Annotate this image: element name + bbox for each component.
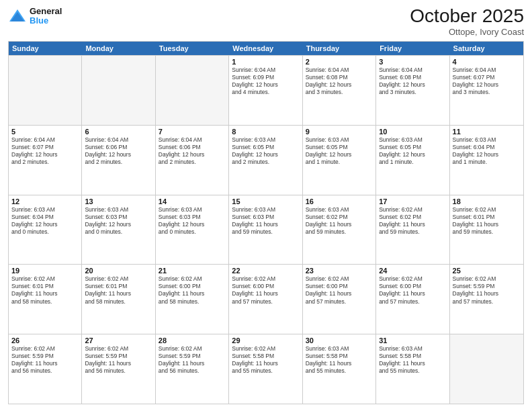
logo: General Blue [8,7,62,26]
day-number: 6 [85,128,152,136]
day-info: Sunrise: 6:04 AM Sunset: 6:07 PM Dayligh… [453,66,521,96]
day-number: 22 [232,267,299,275]
day-cell: 19Sunrise: 6:02 AM Sunset: 6:01 PM Dayli… [9,265,82,334]
day-number: 30 [306,336,373,345]
week-row: 5Sunrise: 6:04 AM Sunset: 6:07 PM Daylig… [9,125,523,195]
day-number: 24 [379,267,446,275]
day-cell: 2Sunrise: 6:04 AM Sunset: 6:08 PM Daylig… [303,56,376,125]
day-number: 14 [159,197,226,205]
calendar: SundayMondayTuesdayWednesdayThursdayFrid… [8,41,524,404]
day-cell: 4Sunrise: 6:04 AM Sunset: 6:07 PM Daylig… [450,56,523,125]
day-number: 28 [159,336,226,345]
day-cell: 18Sunrise: 6:02 AM Sunset: 6:01 PM Dayli… [450,195,523,265]
logo-text: General Blue [30,7,62,26]
day-cell [450,334,523,404]
day-info: Sunrise: 6:02 AM Sunset: 6:00 PM Dayligh… [306,275,373,305]
day-info: Sunrise: 6:03 AM Sunset: 6:05 PM Dayligh… [379,136,446,166]
day-info: Sunrise: 6:02 AM Sunset: 5:59 PM Dayligh… [11,345,79,375]
day-number: 26 [11,336,79,345]
page: General Blue October 2025 Ottope, Ivory … [0,0,532,411]
day-info: Sunrise: 6:02 AM Sunset: 6:02 PM Dayligh… [379,206,446,236]
day-info: Sunrise: 6:02 AM Sunset: 5:59 PM Dayligh… [85,345,152,375]
day-number: 25 [453,267,521,275]
day-info: Sunrise: 6:02 AM Sunset: 6:00 PM Dayligh… [379,275,446,305]
day-number: 15 [232,197,299,205]
day-header: Friday [376,42,449,55]
day-cell: 10Sunrise: 6:03 AM Sunset: 6:05 PM Dayli… [376,126,449,195]
day-number: 9 [306,128,373,136]
day-info: Sunrise: 6:03 AM Sunset: 6:04 PM Dayligh… [453,136,521,166]
day-number: 5 [11,128,79,136]
day-cell [82,56,155,125]
day-info: Sunrise: 6:04 AM Sunset: 6:06 PM Dayligh… [85,136,152,166]
day-info: Sunrise: 6:03 AM Sunset: 6:02 PM Dayligh… [306,206,373,236]
day-info: Sunrise: 6:03 AM Sunset: 5:58 PM Dayligh… [379,345,446,375]
day-cell: 8Sunrise: 6:03 AM Sunset: 6:05 PM Daylig… [229,126,302,195]
day-info: Sunrise: 6:04 AM Sunset: 6:08 PM Dayligh… [379,66,446,96]
day-number: 29 [232,336,299,345]
day-cell: 5Sunrise: 6:04 AM Sunset: 6:07 PM Daylig… [9,126,82,195]
day-info: Sunrise: 6:04 AM Sunset: 6:08 PM Dayligh… [306,66,373,96]
weeks: 1Sunrise: 6:04 AM Sunset: 6:09 PM Daylig… [9,55,523,404]
day-number: 10 [379,128,446,136]
logo-line2: Blue [30,16,62,26]
day-info: Sunrise: 6:03 AM Sunset: 6:03 PM Dayligh… [232,206,299,236]
day-cell: 28Sunrise: 6:02 AM Sunset: 5:59 PM Dayli… [156,334,229,404]
day-number: 2 [306,58,373,66]
day-cell: 16Sunrise: 6:03 AM Sunset: 6:02 PM Dayli… [303,195,376,265]
day-number: 21 [159,267,226,275]
day-cell: 3Sunrise: 6:04 AM Sunset: 6:08 PM Daylig… [376,56,449,125]
day-cell: 25Sunrise: 6:02 AM Sunset: 5:59 PM Dayli… [450,265,523,334]
day-info: Sunrise: 6:04 AM Sunset: 6:09 PM Dayligh… [232,66,299,96]
day-info: Sunrise: 6:02 AM Sunset: 6:00 PM Dayligh… [232,275,299,305]
day-number: 13 [85,197,152,205]
day-info: Sunrise: 6:02 AM Sunset: 6:00 PM Dayligh… [159,275,226,305]
week-row: 12Sunrise: 6:03 AM Sunset: 6:04 PM Dayli… [9,195,523,265]
day-info: Sunrise: 6:02 AM Sunset: 5:58 PM Dayligh… [232,345,299,375]
day-cell [156,56,229,125]
day-info: Sunrise: 6:02 AM Sunset: 6:01 PM Dayligh… [11,275,79,305]
day-cell: 29Sunrise: 6:02 AM Sunset: 5:58 PM Dayli… [229,334,302,404]
day-number: 1 [232,58,299,66]
day-header: Sunday [9,42,82,55]
day-number: 7 [159,128,226,136]
day-cell: 27Sunrise: 6:02 AM Sunset: 5:59 PM Dayli… [82,334,155,404]
logo-line1: General [30,7,62,16]
day-cell: 14Sunrise: 6:03 AM Sunset: 6:03 PM Dayli… [156,195,229,265]
day-cell: 6Sunrise: 6:04 AM Sunset: 6:06 PM Daylig… [82,126,155,195]
day-cell: 15Sunrise: 6:03 AM Sunset: 6:03 PM Dayli… [229,195,302,265]
day-cell: 23Sunrise: 6:02 AM Sunset: 6:00 PM Dayli… [303,265,376,334]
day-cell: 9Sunrise: 6:03 AM Sunset: 6:05 PM Daylig… [303,126,376,195]
day-header: Tuesday [156,42,229,55]
day-info: Sunrise: 6:03 AM Sunset: 6:04 PM Dayligh… [11,206,79,236]
day-number: 18 [453,197,521,205]
day-number: 8 [232,128,299,136]
day-info: Sunrise: 6:02 AM Sunset: 6:01 PM Dayligh… [453,206,521,236]
title-area: October 2025 Ottope, Ivory Coast [410,7,524,37]
day-number: 4 [453,58,521,66]
day-number: 27 [85,336,152,345]
week-row: 26Sunrise: 6:02 AM Sunset: 5:59 PM Dayli… [9,334,523,404]
day-info: Sunrise: 6:02 AM Sunset: 5:59 PM Dayligh… [159,345,226,375]
day-cell: 13Sunrise: 6:03 AM Sunset: 6:03 PM Dayli… [82,195,155,265]
day-number: 23 [306,267,373,275]
day-header: Saturday [450,42,523,55]
day-info: Sunrise: 6:04 AM Sunset: 6:07 PM Dayligh… [11,136,79,166]
week-row: 19Sunrise: 6:02 AM Sunset: 6:01 PM Dayli… [9,264,523,334]
day-info: Sunrise: 6:03 AM Sunset: 5:58 PM Dayligh… [306,345,373,375]
day-cell [9,56,82,125]
day-cell: 22Sunrise: 6:02 AM Sunset: 6:00 PM Dayli… [229,265,302,334]
day-cell: 31Sunrise: 6:03 AM Sunset: 5:58 PM Dayli… [376,334,449,404]
day-info: Sunrise: 6:04 AM Sunset: 6:06 PM Dayligh… [159,136,226,166]
day-cell: 17Sunrise: 6:02 AM Sunset: 6:02 PM Dayli… [376,195,449,265]
day-cell: 24Sunrise: 6:02 AM Sunset: 6:00 PM Dayli… [376,265,449,334]
day-cell: 26Sunrise: 6:02 AM Sunset: 5:59 PM Dayli… [9,334,82,404]
month-title: October 2025 [410,7,524,26]
day-header: Monday [82,42,155,55]
day-info: Sunrise: 6:02 AM Sunset: 6:01 PM Dayligh… [85,275,152,305]
day-cell: 11Sunrise: 6:03 AM Sunset: 6:04 PM Dayli… [450,126,523,195]
day-headers: SundayMondayTuesdayWednesdayThursdayFrid… [9,42,523,55]
location: Ottope, Ivory Coast [410,27,524,37]
day-number: 16 [306,197,373,205]
day-cell: 21Sunrise: 6:02 AM Sunset: 6:00 PM Dayli… [156,265,229,334]
